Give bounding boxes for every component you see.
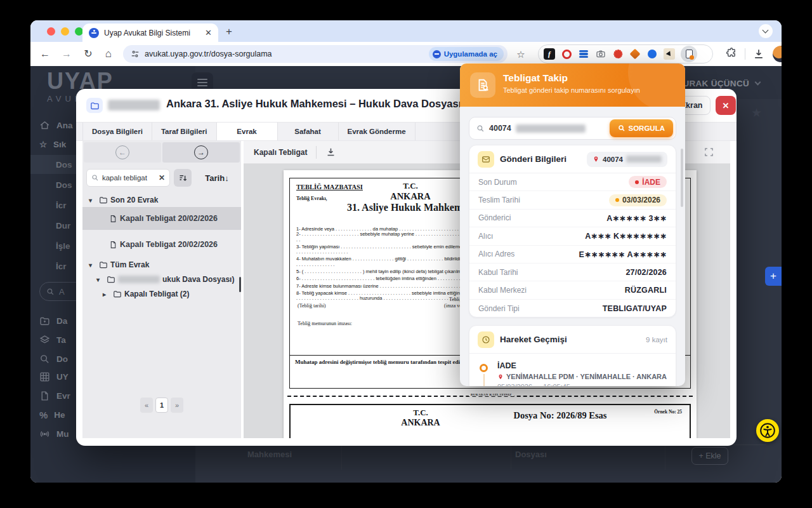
- next-icon: »: [175, 401, 179, 409]
- blue-circle-extension-icon[interactable]: [646, 48, 658, 60]
- popup-title: Tebligat Takip: [503, 72, 568, 84]
- date-badge: 03/03/2026: [609, 194, 667, 206]
- accessibility-widget-button[interactable]: [756, 419, 779, 442]
- document-search-icon: [470, 72, 495, 98]
- burst-extension-icon[interactable]: [612, 48, 624, 60]
- clear-search-icon[interactable]: ✕: [159, 173, 165, 182]
- shipment-row-gonderici: Gönderici A∗∗∗∗∗ 3∗∗: [469, 210, 676, 227]
- shipment-row-gonderi-tipi: Gönderi Tipi TEBLIGAT/UYAP: [469, 300, 676, 318]
- tab-close-icon[interactable]: ✕: [205, 29, 212, 37]
- envelope-icon: [478, 151, 494, 168]
- arrow-right-circle-icon: →: [194, 145, 208, 159]
- history-status: İADE: [497, 361, 667, 370]
- caret-down-icon[interactable]: ▾: [89, 262, 96, 269]
- bookmark-star-icon[interactable]: ☆: [514, 48, 528, 62]
- url-bar[interactable]: avukat.uyap.gov.tr/dosya-sorgulama Uygul…: [123, 45, 508, 63]
- sorgula-button[interactable]: SORGULA: [610, 119, 674, 137]
- tree-search-input[interactable]: [102, 174, 155, 182]
- tab-dosya-bilgileri[interactable]: Dosya Bilgileri: [82, 123, 152, 140]
- tree-group-tum-evrak[interactable]: ▾ Tüm Evrak: [82, 258, 241, 272]
- popup-header: Tebligat Takip Tebligat gönderi takip nu…: [460, 64, 685, 107]
- tracking-number-value: 40074: [489, 124, 511, 133]
- tree-group-kapali-tebligat[interactable]: ▸ Kapalı Tebligat (2): [82, 287, 241, 301]
- history-record-count: 9 kayıt: [646, 336, 667, 344]
- forward-icon[interactable]: →: [60, 47, 74, 61]
- folder-open-icon: [99, 196, 108, 204]
- court-line: ANKARA: [367, 418, 475, 428]
- document-tree-panel: ← → ✕ Tarih↓ ▾ Son 20 Evrak: [82, 141, 241, 438]
- download-document-icon[interactable]: [325, 147, 336, 157]
- fn-extension-icon[interactable]: ƒ: [544, 48, 555, 60]
- sort-type-button[interactable]: [174, 169, 192, 187]
- shipment-row-son-durum: Son Durum İADE: [469, 173, 676, 191]
- tebligat-takip-extension-icon[interactable]: [681, 46, 697, 62]
- shipment-row-kabul-merkezi: Kabul Merkezi RÜZGARLI: [469, 281, 676, 299]
- tab-title: Uyap Avukat Bilgi Sistemi: [104, 29, 200, 37]
- tree-scrollbar[interactable]: [239, 277, 241, 292]
- folder-open-icon: [107, 275, 115, 284]
- tree-item-kapali-tebligat-2[interactable]: Kapalı Tebligat 20/02/2026: [82, 237, 241, 251]
- site-settings-icon[interactable]: [131, 50, 140, 58]
- window-minimize-button[interactable]: [61, 27, 69, 36]
- browser-profile-avatar[interactable]: [773, 46, 782, 62]
- sort-by-date-button[interactable]: Tarih↓: [197, 169, 237, 187]
- caret-down-icon[interactable]: ▾: [96, 276, 104, 283]
- tab-safahat[interactable]: Safahat: [278, 123, 339, 140]
- extensions-puzzle-icon[interactable]: [726, 48, 737, 59]
- new-tab-button[interactable]: +: [226, 25, 232, 38]
- caret-right-icon[interactable]: ▸: [103, 291, 110, 298]
- window-close-button[interactable]: [47, 27, 55, 36]
- prev-icon: «: [145, 401, 148, 409]
- tab-label: Safahat: [294, 128, 321, 135]
- expand-viewer-icon[interactable]: [704, 147, 714, 157]
- search-icon: [476, 124, 485, 133]
- sorgula-label: SORGULA: [629, 124, 665, 132]
- redacted-tracking-number: [626, 156, 662, 163]
- tree-group-case-folder[interactable]: ▾ ukuk Dava Dosyası): [82, 272, 241, 286]
- downloads-icon[interactable]: [752, 48, 765, 60]
- caret-down-icon[interactable]: ▾: [89, 197, 96, 204]
- cursor-extension-icon[interactable]: [664, 48, 675, 60]
- shipment-info-card: Gönderi Bilgileri 40074 Son Durum İADE T…: [469, 145, 676, 318]
- tab-evrak[interactable]: Evrak: [217, 123, 278, 140]
- redacted-case-number: [118, 276, 160, 283]
- metamask-extension-icon[interactable]: [629, 48, 641, 60]
- page-number-button[interactable]: 1: [155, 398, 168, 413]
- court-line: T.C.: [367, 408, 475, 418]
- tree-item-label: Kapalı Tebligat 20/02/2026: [120, 240, 218, 249]
- camera-extension-icon[interactable]: [595, 48, 606, 60]
- pin-icon: [593, 156, 599, 163]
- history-datetime: 05/03/2026 — 16:05:45: [497, 383, 667, 386]
- close-icon: ✕: [723, 101, 730, 110]
- page-next-button[interactable]: »: [171, 398, 183, 413]
- tab-evrak-gonderme[interactable]: Evrak Gönderme: [339, 123, 416, 140]
- popup-scrollbar[interactable]: [681, 149, 683, 207]
- home-icon[interactable]: ⌂: [102, 47, 115, 61]
- reload-icon[interactable]: ↻: [81, 47, 95, 61]
- prev-document-button[interactable]: ←: [84, 142, 161, 163]
- tree-group-son20[interactable]: ▾ Son 20 Evrak: [82, 193, 241, 207]
- timeline-stem: [483, 374, 485, 386]
- floating-add-button[interactable]: +: [765, 267, 782, 286]
- opera-extension-icon[interactable]: [561, 48, 572, 60]
- tree-item-kapali-tebligat-1[interactable]: Kapalı Tebligat 20/02/2026: [82, 211, 241, 225]
- tab-taraf-bilgileri[interactable]: Taraf Bilgileri: [152, 123, 217, 140]
- browser-tab[interactable]: Uyap Avukat Bilgi Sistemi ✕: [82, 23, 218, 42]
- modal-close-button[interactable]: ✕: [716, 96, 736, 115]
- tab-label: Evrak Gönderme: [348, 128, 406, 135]
- history-card-title: Hareket Geçmişi: [500, 335, 567, 344]
- back-icon[interactable]: ←: [38, 47, 52, 61]
- browser-window: Uyap Avukat Bilgi Sistemi ✕ + ← → ↻ ⌂ av…: [30, 20, 782, 483]
- tab-search-chevron-icon[interactable]: [759, 24, 773, 38]
- pin-tracking-number: 40074: [603, 156, 623, 163]
- tree-search-field[interactable]: ✕: [86, 169, 170, 187]
- open-in-app-chip[interactable]: Uygulamada aç: [429, 47, 504, 61]
- url-text: avukat.uyap.gov.tr/dosya-sorgulama: [145, 50, 424, 58]
- accessibility-icon: [759, 422, 776, 439]
- database-extension-icon[interactable]: [578, 48, 589, 60]
- next-document-button[interactable]: →: [162, 142, 240, 163]
- uyap-favicon: [89, 28, 99, 38]
- shipment-row-kabul-tarihi: Kabul Tarihi 27/02/2026: [469, 264, 676, 281]
- tracking-number-field[interactable]: 40074 SORGULA: [469, 117, 676, 140]
- page-prev-button[interactable]: «: [140, 398, 153, 413]
